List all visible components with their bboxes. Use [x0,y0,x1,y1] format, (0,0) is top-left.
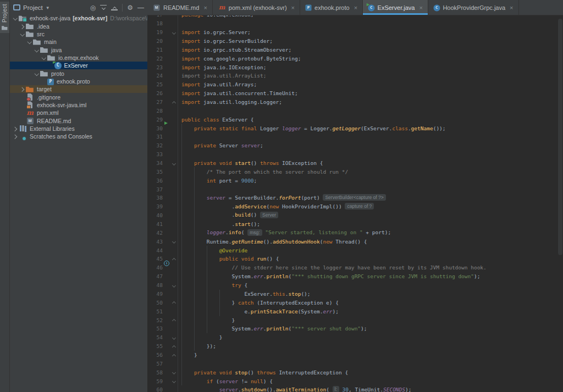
tree-item-scratches-and-consoles[interactable]: Scratches and Consoles [10,132,147,140]
tree-item-proto[interactable]: proto [10,69,147,77]
code-line[interactable]: 34 private void start() throws IOExcepti… [147,159,558,168]
chevron-down-icon[interactable] [34,70,40,78]
line-number[interactable]: 20 [147,38,163,44]
close-icon[interactable]: × [203,4,207,11]
line-number[interactable]: 60 [147,387,163,392]
fold-marker[interactable] [170,298,178,307]
close-icon[interactable]: × [510,4,513,11]
fold-marker[interactable] [170,333,178,342]
code-line[interactable]: 37 [147,185,558,194]
code-line[interactable]: 44 @Override [147,246,558,255]
tree-item-external-libraries[interactable]: External Libraries [10,125,147,132]
line-number[interactable]: 30 [147,125,163,131]
code-line[interactable]: 41 .start(); [147,220,558,229]
line-number[interactable]: 33 [147,151,163,157]
code-line[interactable]: 29public class ExServer { [147,115,558,124]
code-line[interactable]: 49 ExServer.this.stop(); [147,290,558,299]
line-number[interactable]: 26 [147,90,163,96]
run-gutter-icon[interactable] [164,122,168,125]
line-number[interactable]: 28 [147,108,163,114]
close-icon[interactable]: × [419,4,422,11]
code-line[interactable]: 33 [147,150,558,159]
line-number[interactable]: 48 [147,282,163,288]
code-line[interactable]: 35 /* The port on which the server shoul… [147,167,558,176]
code-line[interactable]: 25import java.util.Arrays; [147,80,558,89]
settings-gear-icon[interactable]: ⚙ [127,4,133,11]
code-line[interactable]: 42 logger.info( msg: "Server started, li… [147,228,558,237]
code-line[interactable]: 46 // Use stderr here since the logger m… [147,263,558,272]
code-line[interactable]: 58 private void stop() throws Interrupte… [147,368,558,377]
code-line[interactable]: 31 [147,132,558,141]
code-line[interactable]: 48 try { [147,281,558,290]
code-line[interactable]: 18 [147,19,558,28]
code-line[interactable]: 19import io.grpc.Server; [147,28,558,37]
code-line[interactable]: 43 Runtime.getRuntime().addShutdownHook(… [147,237,558,246]
line-number[interactable]: 53 [147,325,163,332]
line-number[interactable]: 25 [147,81,163,87]
code-line[interactable]: 24import java.util.ArrayList; [147,71,558,80]
line-number[interactable]: 59 [147,378,163,384]
line-number[interactable]: 29 [147,117,163,123]
tree-item-target[interactable]: target [10,85,147,93]
fold-marker[interactable] [170,255,178,263]
code-line[interactable]: 23import java.io.IOException; [147,63,558,71]
chevron-down-icon[interactable]: ▼ [46,5,50,10]
code-line[interactable]: 47 System.err.println("*** shutting down… [147,272,558,281]
line-number[interactable]: 54 [147,334,163,340]
code-line[interactable]: 55 }); [147,342,558,351]
tab-readme-md[interactable]: README.md× [147,0,213,15]
line-number[interactable]: 55 [147,343,163,349]
line-number[interactable]: 41 [147,221,163,227]
code-line[interactable]: 32 private Server server; [147,141,558,150]
code-line[interactable]: 36 int port = 9000; [147,176,558,185]
code-line[interactable]: 20import io.grpc.ServerBuilder; [147,37,558,46]
line-number[interactable]: 50 [147,300,163,306]
line-number[interactable]: 47 [147,273,163,279]
line-number[interactable]: 52 [147,317,163,323]
line-number[interactable]: 44 [147,247,163,253]
tab-exhook-proto[interactable]: Pexhook.proto× [300,0,363,15]
tree-item-exserver[interactable]: CExServer [10,62,147,69]
tree-item-exhook-svr-java[interactable]: exhook-svr-java[exhook-svr]D:\workspace\… [10,14,147,22]
code-line[interactable]: 38 server = ServerBuilder.forPort(port) … [147,194,558,202]
line-number[interactable]: 58 [147,369,163,376]
line-number[interactable]: 32 [147,142,163,148]
fold-marker[interactable] [170,237,178,246]
tree-item-java[interactable]: java [10,46,147,53]
code-line[interactable]: 30 private static final Logger logger = … [147,124,558,132]
locate-file-icon[interactable]: ◎ [90,4,96,11]
code-line[interactable]: 59 if (server != null) { [147,377,558,385]
line-number[interactable]: 17 [147,15,163,18]
fold-marker[interactable] [170,351,178,360]
line-number[interactable]: 42 [147,230,163,236]
chevron-down-icon[interactable] [26,38,33,46]
fold-marker[interactable] [170,28,178,37]
line-number[interactable]: 24 [147,73,163,79]
code-line[interactable]: 56 } [147,351,558,360]
line-number[interactable]: 19 [147,29,163,35]
code-line[interactable]: 17package io.emqx.exhook; [147,15,558,19]
code-line[interactable]: 21import io.grpc.stub.StreamObserver; [147,45,558,54]
line-number[interactable]: 37 [147,186,163,192]
line-number[interactable]: 56 [147,352,163,358]
chevron-right-icon[interactable] [12,125,19,132]
tree-item-readme-md[interactable]: README.md [10,117,147,124]
code-line[interactable]: 26import java.util.concurrent.TimeUnit; [147,89,558,98]
code-line[interactable]: 22import com.google.protobuf.ByteString; [147,54,558,63]
close-icon[interactable]: × [354,4,357,11]
fold-marker[interactable] [170,368,178,377]
close-icon[interactable]: × [291,4,295,11]
code-line[interactable]: 39 .addService(new HookProviderImpl()) c… [147,202,558,211]
chevron-down-icon[interactable] [41,54,47,62]
code-line[interactable]: 60 server.shutdown().awaitTermination( l… [147,385,558,392]
code-line[interactable]: 50 } catch (InterruptedException e) { [147,298,558,307]
hide-panel-icon[interactable]: — [137,4,144,11]
code-line[interactable]: 54 } [147,333,558,342]
line-number[interactable]: 40 [147,212,163,218]
fold-marker[interactable] [170,98,178,107]
code-line[interactable]: 40 .build() Server [147,211,558,220]
chevron-right-icon[interactable] [19,23,26,30]
line-number[interactable]: 45 [147,256,163,262]
line-number[interactable]: 39 [147,203,163,209]
line-number[interactable]: 38 [147,195,163,201]
